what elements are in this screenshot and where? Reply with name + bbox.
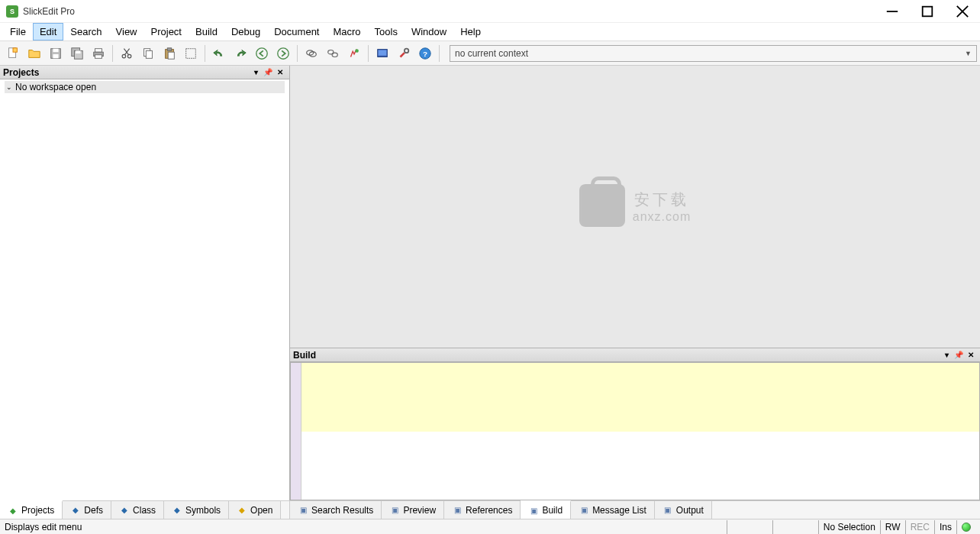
build-panel-menu-button[interactable]: ▾ [940,351,953,359]
build-icon: ▣ [528,505,539,516]
tab-references[interactable]: ▣References [444,501,521,519]
maximize-button[interactable] [910,0,945,23]
build-panel: Build ▾ 📌 ✕ [290,348,980,500]
output-icon: ▣ [662,505,673,516]
watermark-bag-icon [579,184,625,227]
titlebar: S SlickEdit Pro [0,0,980,23]
menu-view[interactable]: View [109,23,144,40]
tools-button[interactable] [394,44,414,63]
status-led [956,520,975,534]
tab-symbols[interactable]: ◆Symbols [164,501,229,519]
status-rec[interactable]: REC [905,520,934,534]
save-button[interactable] [46,44,66,63]
statusbar: Displays edit menu No Selection RW REC I… [0,519,980,534]
menu-document[interactable]: Document [267,23,326,40]
context-text: no current context [455,48,528,59]
projects-panel-header: Projects ▾ 📌 ✕ [0,66,289,79]
defs-icon: ◆ [70,505,81,516]
watermark: 安下载 anxz.com [579,184,691,230]
svg-point-30 [332,53,337,57]
help-button[interactable]: ? [415,44,435,63]
build-panel-pin-button[interactable]: 📌 [953,351,965,359]
svg-rect-5 [13,47,17,51]
build-output[interactable] [290,362,980,500]
nav-forward-button[interactable] [273,44,293,63]
svg-line-17 [124,48,129,54]
tab-preview[interactable]: ▣Preview [382,501,444,519]
menu-debug[interactable]: Debug [224,23,267,40]
redo-button[interactable] [230,44,250,63]
status-rw[interactable]: RW [880,520,905,534]
print-button[interactable] [89,44,108,63]
menu-tools[interactable]: Tools [368,23,405,40]
menu-search[interactable]: Search [63,23,108,40]
build-panel-close-button[interactable]: ✕ [965,351,977,359]
paste-button[interactable] [160,44,179,63]
cut-button[interactable] [117,44,137,63]
search-results-icon: ▣ [298,505,308,516]
find-symbol-button[interactable] [301,44,321,63]
menubar: FileEditSearchViewProjectBuildDebugDocum… [0,23,980,41]
svg-rect-24 [186,48,196,58]
editor-area: 安下载 anxz.com [290,66,980,348]
svg-point-15 [122,54,126,58]
symbols-icon: ◆ [172,505,182,516]
panel-close-button[interactable]: ✕ [274,68,286,76]
tab-message-list[interactable]: ▣Message List [571,501,655,519]
projects-tree[interactable]: ⌄ No workspace open [0,79,289,500]
nav-back-button[interactable] [252,44,272,63]
menu-window[interactable]: Window [405,23,453,40]
tab-search-results[interactable]: ▣Search Results [290,501,382,519]
tab-defs[interactable]: ◆Defs [63,501,111,519]
menu-macro[interactable]: Macro [326,23,367,40]
chevron-down-icon: ▼ [965,50,972,57]
projects-panel-title: Projects [3,67,39,78]
tab-projects[interactable]: ◆Projects [0,500,63,519]
svg-point-16 [127,54,131,58]
menu-file[interactable]: File [3,23,33,40]
open-file-button[interactable] [24,44,44,63]
app-icon: S [6,5,18,18]
tree-twisty-icon: ⌄ [6,83,12,91]
menu-help[interactable]: Help [453,23,488,40]
svg-rect-20 [146,50,152,58]
minimize-button[interactable] [875,0,910,23]
status-cell-1 [727,520,772,534]
save-all-button[interactable] [67,44,87,63]
svg-point-25 [256,47,267,58]
watermark-en: anxz.com [633,210,691,224]
undo-button[interactable] [209,44,229,63]
svg-rect-7 [53,48,58,51]
svg-rect-14 [95,54,102,58]
app-title: SlickEdit Pro [23,6,75,17]
svg-rect-11 [76,50,80,53]
svg-line-18 [124,48,128,54]
select-all-button[interactable] [181,44,201,63]
menu-project[interactable]: Project [144,23,189,40]
menu-build[interactable]: Build [189,23,224,40]
tab-class[interactable]: ◆Class [111,501,164,519]
context-combo[interactable]: no current context ▼ [450,45,977,62]
svg-point-32 [355,49,359,53]
open-icon: ◆ [237,505,247,516]
preview-icon: ▣ [389,505,400,516]
new-file-button[interactable] [3,44,23,63]
menu-edit[interactable]: Edit [33,23,63,40]
debug-button[interactable] [372,44,392,63]
refactor-button[interactable] [344,44,364,63]
tab-open[interactable]: ◆Open [229,501,281,519]
svg-text:?: ? [423,49,427,57]
copy-button[interactable] [138,44,158,63]
close-button[interactable] [945,0,980,23]
bottom-tabs: ◆Projects◆Defs◆Class◆Symbols◆Open ▣Searc… [0,500,980,519]
references-button[interactable] [323,44,343,63]
svg-rect-1 [923,6,933,16]
panel-pin-button[interactable]: 📌 [262,68,274,76]
build-panel-title: Build [293,350,316,361]
projects-icon: ◆ [8,505,18,516]
tab-output[interactable]: ▣Output [655,501,712,519]
tree-item-no-workspace[interactable]: ⌄ No workspace open [5,81,285,93]
panel-menu-button[interactable]: ▾ [250,68,262,76]
status-ins[interactable]: Ins [934,520,956,534]
tab-build[interactable]: ▣Build [521,500,571,519]
